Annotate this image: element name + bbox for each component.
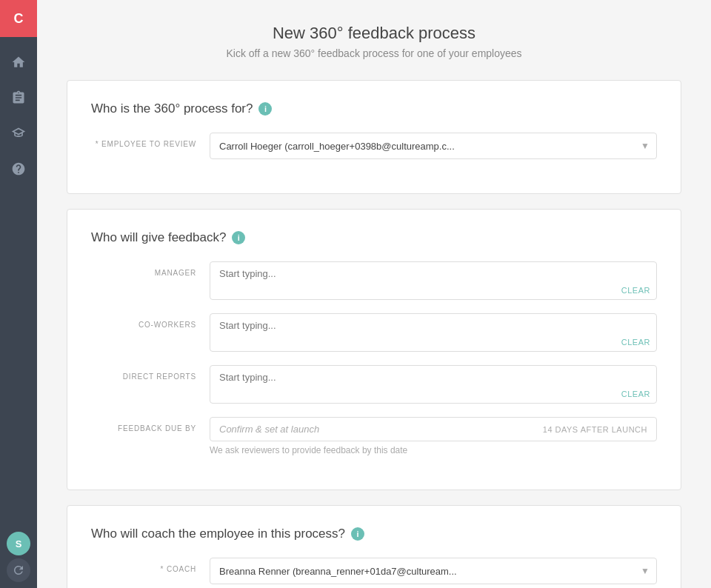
direct-reports-clear-button[interactable]: CLEAR: [621, 390, 650, 398]
employee-control: Carroll Hoeger (carroll_hoeger+0398b@cul…: [210, 133, 657, 159]
direct-reports-input-wrap: CLEAR: [210, 365, 657, 404]
manager-input-wrap: CLEAR: [210, 261, 657, 300]
clipboard-icon: [11, 90, 26, 105]
manager-label: MANAGER: [91, 261, 210, 277]
manager-clear-button[interactable]: CLEAR: [621, 286, 650, 295]
sidebar: C S: [0, 0, 37, 588]
coach-row: * COACH Breanna Renner (breanna_renner+0…: [91, 558, 657, 584]
sidebar-refresh[interactable]: [7, 558, 30, 582]
coworkers-label: CO-WORKERS: [91, 313, 210, 329]
main-content: New 360° feedback process Kick off a new…: [37, 0, 711, 588]
coach-label: * COACH: [91, 558, 210, 573]
coworkers-control: CLEAR: [210, 313, 657, 352]
feedback-due-placeholder: Confirm & set at launch: [219, 424, 319, 435]
direct-reports-label: DIRECT REPORTS: [91, 365, 210, 381]
sidebar-logo[interactable]: C: [0, 0, 37, 37]
direct-reports-control: CLEAR: [210, 365, 657, 404]
manager-input[interactable]: [210, 262, 656, 296]
page-title: New 360° feedback process: [67, 24, 681, 43]
section-who-for: Who is the 360° process for? i * EMPLOYE…: [67, 80, 681, 194]
page-subtitle: Kick off a new 360° feedback process for…: [67, 47, 681, 59]
coworkers-row: CO-WORKERS CLEAR: [91, 313, 657, 352]
section2-info-icon[interactable]: i: [232, 231, 245, 244]
refresh-icon: [12, 564, 25, 577]
employee-select[interactable]: Carroll Hoeger (carroll_hoeger+0398b@cul…: [210, 133, 657, 159]
page-header: New 360° feedback process Kick off a new…: [67, 24, 681, 59]
sidebar-nav: [0, 37, 37, 532]
employee-row: * EMPLOYEE TO REVIEW Carroll Hoeger (car…: [91, 133, 657, 159]
section2-title: Who will give feedback? i: [91, 230, 657, 245]
sidebar-item-clipboard[interactable]: [0, 81, 37, 114]
coach-select[interactable]: Breanna Renner (breanna_renner+01da7@cul…: [210, 558, 657, 584]
section3-title: Who will coach the employee in this proc…: [91, 527, 657, 541]
section1-info-icon[interactable]: i: [258, 102, 272, 116]
section-feedback: Who will give feedback? i MANAGER CLEAR …: [67, 209, 681, 490]
employee-label: * EMPLOYEE TO REVIEW: [91, 133, 210, 148]
direct-reports-input[interactable]: [210, 366, 656, 400]
section3-info-icon[interactable]: i: [351, 527, 364, 541]
manager-control: CLEAR: [210, 261, 657, 300]
feedback-due-row: FEEDBACK DUE BY Confirm & set at launch …: [91, 417, 657, 455]
feedback-due-hint: We ask reviewers to provide feedback by …: [210, 445, 657, 455]
direct-reports-row: DIRECT REPORTS CLEAR: [91, 365, 657, 404]
section-coach: Who will coach the employee in this proc…: [67, 505, 681, 588]
feedback-due-badge: 14 DAYS AFTER LAUNCH: [543, 425, 647, 434]
sidebar-item-help[interactable]: [0, 153, 37, 185]
sidebar-bottom: S: [7, 532, 30, 588]
home-icon: [11, 55, 26, 70]
sidebar-item-learning[interactable]: [0, 117, 37, 150]
feedback-due-label: FEEDBACK DUE BY: [91, 417, 210, 432]
coach-select-wrapper: Breanna Renner (breanna_renner+01da7@cul…: [210, 558, 657, 584]
coworkers-input[interactable]: [210, 314, 656, 348]
manager-row: MANAGER CLEAR: [91, 261, 657, 300]
graduation-icon: [11, 126, 26, 141]
employee-select-wrapper: Carroll Hoeger (carroll_hoeger+0398b@cul…: [210, 133, 657, 159]
feedback-due-control: Confirm & set at launch 14 DAYS AFTER LA…: [210, 417, 657, 455]
section1-title: Who is the 360° process for? i: [91, 101, 657, 116]
feedback-due-field[interactable]: Confirm & set at launch 14 DAYS AFTER LA…: [210, 417, 657, 441]
coworkers-input-wrap: CLEAR: [210, 313, 657, 352]
help-icon: [11, 161, 26, 176]
sidebar-item-home[interactable]: [0, 46, 37, 78]
sidebar-avatar[interactable]: S: [7, 532, 30, 555]
coach-control: Breanna Renner (breanna_renner+01da7@cul…: [210, 558, 657, 584]
coworkers-clear-button[interactable]: CLEAR: [621, 338, 650, 347]
